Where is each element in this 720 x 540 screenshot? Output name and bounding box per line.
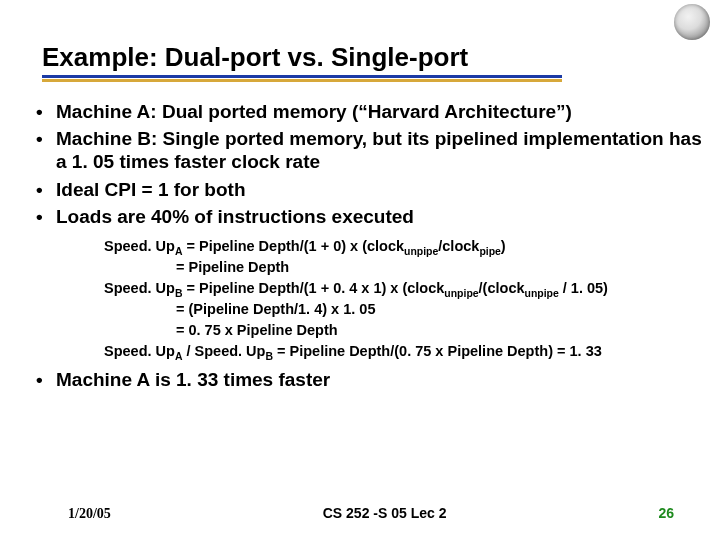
t: = Pipeline Depth/(1 + 0. 4 x 1) x (clock (182, 280, 444, 296)
seal-icon (674, 4, 710, 40)
bullet: Loads are 40% of instructions executed (32, 205, 702, 228)
sub: unpipe (525, 288, 559, 299)
content: Machine A: Dual ported memory (“Harvard … (32, 100, 702, 395)
t: ) (501, 238, 506, 254)
footer-page: 26 (658, 505, 720, 521)
calc-line: Speed. UpA = Pipeline Depth/(1 + 0) x (c… (104, 236, 702, 257)
calc-line: = 0. 75 x Pipeline Depth (104, 320, 702, 341)
t: = Pipeline Depth/(0. 75 x Pipeline Depth… (273, 343, 602, 359)
bullet: Machine B: Single ported memory, but its… (32, 127, 702, 173)
title-underline (42, 75, 562, 78)
bullet: Ideal CPI = 1 for both (32, 178, 702, 201)
t: / Speed. Up (182, 343, 265, 359)
t: Speed. Up (104, 238, 175, 254)
calc-line: Speed. UpA / Speed. UpB = Pipeline Depth… (104, 341, 702, 362)
calc-line: Speed. UpB = Pipeline Depth/(1 + 0. 4 x … (104, 278, 702, 299)
page-title: Example: Dual-port vs. Single-port (42, 42, 468, 73)
footer-date: 1/20/05 (0, 506, 111, 522)
t: /clock (438, 238, 479, 254)
t: Speed. Up (104, 343, 175, 359)
calc-line: = (Pipeline Depth/1. 4) x 1. 05 (104, 299, 702, 320)
title-block: Example: Dual-port vs. Single-port (42, 42, 540, 78)
calculation-block: Speed. UpA = Pipeline Depth/(1 + 0) x (c… (104, 236, 702, 362)
sub: unpipe (404, 246, 438, 257)
t: = Pipeline Depth (176, 259, 289, 275)
sub: B (265, 351, 273, 362)
t: = Pipeline Depth/(1 + 0) x (clock (182, 238, 404, 254)
t: = (Pipeline Depth/1. 4) x 1. 05 (176, 301, 375, 317)
calc-line: = Pipeline Depth (104, 257, 702, 278)
t: /(clock (479, 280, 525, 296)
sub: unpipe (444, 288, 478, 299)
t: = 0. 75 x Pipeline Depth (176, 322, 338, 338)
footer-course: CS 252 -S 05 Lec 2 (111, 505, 659, 521)
bullet: Machine A: Dual ported memory (“Harvard … (32, 100, 702, 123)
bullets-bottom: Machine A is 1. 33 times faster (32, 368, 702, 391)
bullets-top: Machine A: Dual ported memory (“Harvard … (32, 100, 702, 228)
footer: 1/20/05 CS 252 -S 05 Lec 2 26 (0, 505, 720, 522)
t: Speed. Up (104, 280, 175, 296)
sub: pipe (479, 246, 500, 257)
bullet: Machine A is 1. 33 times faster (32, 368, 702, 391)
t: / 1. 05) (559, 280, 608, 296)
